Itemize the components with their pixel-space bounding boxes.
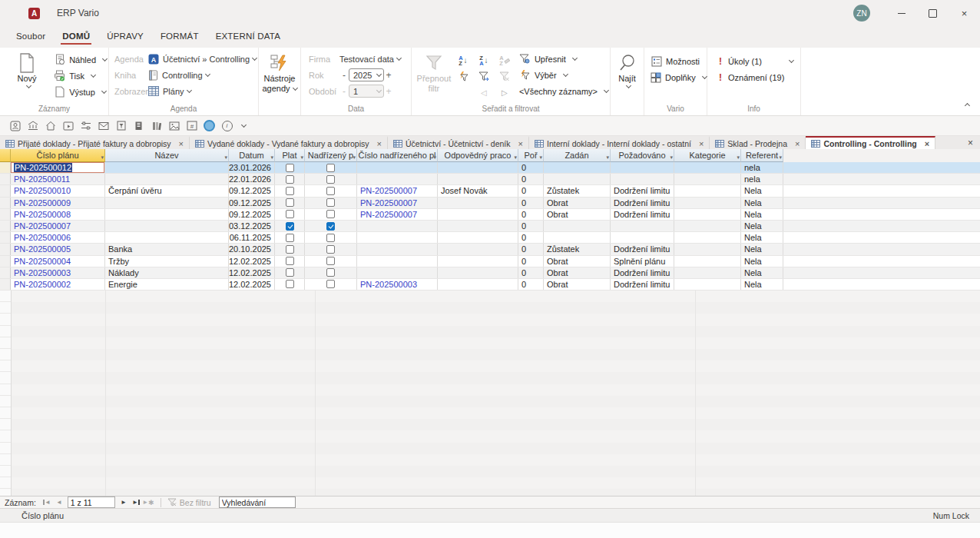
cell-8[interactable]: 0 xyxy=(518,279,544,290)
picture-icon[interactable] xyxy=(168,120,180,131)
cell-checkbox[interactable] xyxy=(286,164,294,172)
cell-10[interactable] xyxy=(611,221,674,231)
cell-6[interactable]: PN-202500003 xyxy=(357,279,438,290)
cell-7[interactable]: Josef Novák xyxy=(438,185,518,196)
cell-6[interactable] xyxy=(357,174,438,184)
cell-4[interactable] xyxy=(275,209,305,220)
cell-4[interactable] xyxy=(275,198,305,208)
cell-9[interactable]: Obrat xyxy=(544,256,611,267)
cell-11[interactable] xyxy=(674,221,741,231)
cell-checkbox[interactable] xyxy=(326,222,335,231)
cell-1[interactable]: PN-202500011 xyxy=(11,174,105,184)
cell-4[interactable] xyxy=(275,232,305,243)
toolbar-overflow-chevron[interactable] xyxy=(241,122,247,128)
cell-1[interactable]: PN-202500005 xyxy=(11,244,105,254)
options-button[interactable]: Možnosti xyxy=(651,53,705,69)
company-dropdown[interactable]: Testovací data xyxy=(339,55,401,64)
cell-2[interactable] xyxy=(105,221,229,231)
cell-checkbox[interactable] xyxy=(286,198,294,207)
agenda-tools-button[interactable]: Nástroje agendy xyxy=(260,51,299,101)
cell-3[interactable]: 09.12.2025 xyxy=(229,209,275,220)
doc-tab-5[interactable]: Sklad - Prodejna× xyxy=(710,136,806,150)
apply-filter-icon[interactable] xyxy=(475,68,493,85)
cell-2[interactable]: Tržby xyxy=(105,256,229,267)
cell-3[interactable]: 09.12.2025 xyxy=(229,185,275,196)
agenda-selector[interactable]: Agenda A Účetnictví » Controlling xyxy=(114,51,257,67)
column-header-3[interactable]: Datum▾ xyxy=(229,149,275,162)
column-header-5[interactable]: Nadřízený p▾ xyxy=(305,149,357,162)
cell-10[interactable]: Dodržení limitu xyxy=(611,185,674,196)
cell-5[interactable] xyxy=(305,221,357,231)
output-button[interactable]: Výstup xyxy=(54,84,107,100)
cell-1[interactable]: PN-202500003 xyxy=(11,267,105,278)
cell-2[interactable]: Banka xyxy=(105,244,229,254)
cell-9[interactable] xyxy=(544,232,611,243)
filter-by-selection-icon[interactable] xyxy=(454,68,472,85)
cell-8[interactable]: 0 xyxy=(518,221,544,231)
find-button[interactable]: Najít xyxy=(612,51,642,101)
row-selector[interactable] xyxy=(0,198,11,208)
cell-9[interactable] xyxy=(544,174,611,184)
status-dot-icon[interactable] xyxy=(204,120,215,131)
year-select[interactable]: 2025 xyxy=(349,68,384,81)
cell-5[interactable] xyxy=(305,232,357,243)
cell-8[interactable]: 0 xyxy=(518,244,544,254)
document-filter-icon[interactable] xyxy=(115,120,127,131)
cell-6[interactable]: PN-202500007 xyxy=(357,185,438,196)
cell-11[interactable] xyxy=(674,162,741,173)
cell-4[interactable] xyxy=(275,221,305,231)
cell-8[interactable]: 0 xyxy=(518,267,544,278)
collapse-ribbon-button[interactable] xyxy=(965,103,970,108)
cell-10[interactable]: Dodržení limitu xyxy=(611,279,674,290)
cell-10[interactable]: Dodržení limitu xyxy=(611,244,674,254)
tab-close-icon[interactable]: × xyxy=(699,140,704,148)
cell-12[interactable]: Nela xyxy=(741,198,783,208)
cell-8[interactable]: 0 xyxy=(518,232,544,243)
cell-9[interactable]: Obrat xyxy=(544,198,611,208)
column-header-7[interactable]: Odpovědný praco▾ xyxy=(438,149,518,162)
cell-12[interactable]: nela xyxy=(741,174,783,184)
tab-close-icon[interactable]: × xyxy=(925,140,929,148)
cell-checkbox[interactable] xyxy=(286,280,294,288)
column-header-6[interactable]: Číslo nadřízeného pl▾ xyxy=(357,149,438,162)
column-filter-arrow[interactable]: ▾ xyxy=(670,154,673,161)
column-filter-arrow[interactable]: ▾ xyxy=(514,154,517,161)
column-header-12[interactable]: Referent▾ xyxy=(741,149,783,162)
minimize-button[interactable] xyxy=(886,0,917,26)
column-header-1[interactable]: Číslo plánu▾ xyxy=(11,149,105,162)
cell-9[interactable]: Obrat xyxy=(544,209,611,220)
cell-checkbox[interactable] xyxy=(326,187,335,195)
cell-checkbox[interactable] xyxy=(286,234,294,242)
column-filter-arrow[interactable]: ▾ xyxy=(606,154,609,161)
cell-9[interactable] xyxy=(544,221,611,231)
cell-10[interactable]: Dodržení limitu xyxy=(611,209,674,220)
doc-tab-4[interactable]: Interní doklady - Interní doklady - osta… xyxy=(529,136,710,150)
first-record-button[interactable]: ◄ xyxy=(41,499,53,506)
cell-7[interactable] xyxy=(438,209,518,220)
restore-button[interactable] xyxy=(917,0,949,26)
cell-2[interactable] xyxy=(105,232,229,243)
column-filter-arrow[interactable]: ▾ xyxy=(539,154,542,161)
column-header-8[interactable]: Poř▾ xyxy=(518,149,544,162)
column-header-11[interactable]: Kategorie▾ xyxy=(674,149,741,162)
cell-10[interactable] xyxy=(611,232,674,243)
cell-12[interactable]: Nela xyxy=(741,221,783,231)
row-selector[interactable] xyxy=(0,256,11,267)
cell-5[interactable] xyxy=(305,279,357,290)
column-filter-arrow[interactable]: ▾ xyxy=(270,154,273,161)
cell-7[interactable] xyxy=(438,162,518,173)
cell-9[interactable]: Obrat xyxy=(544,267,611,278)
cell-11[interactable] xyxy=(674,174,741,184)
cell-8[interactable]: 0 xyxy=(518,256,544,267)
row-selector[interactable] xyxy=(0,185,11,196)
cell-11[interactable] xyxy=(674,185,741,196)
folder-media-icon[interactable] xyxy=(62,120,74,131)
cell-11[interactable] xyxy=(674,209,741,220)
cell-10[interactable] xyxy=(611,174,674,184)
row-selector[interactable] xyxy=(0,267,11,278)
cell-1[interactable]: PN-202500010 xyxy=(11,185,105,196)
cell-5[interactable] xyxy=(305,185,357,196)
books-icon[interactable] xyxy=(151,120,162,131)
cell-checkbox[interactable] xyxy=(326,245,335,254)
addins-button[interactable]: Doplňky xyxy=(651,69,705,85)
